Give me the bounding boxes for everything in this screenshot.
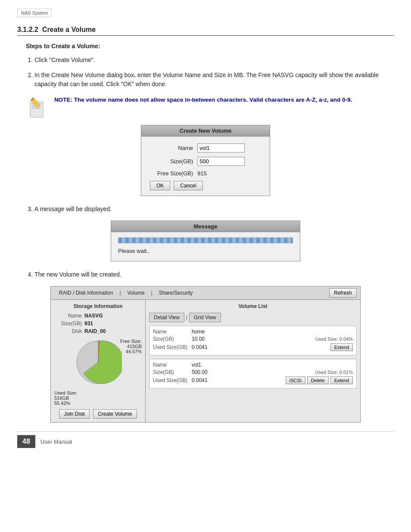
vol2-extend-button[interactable]: Extend <box>330 376 353 384</box>
message-title: Message <box>111 221 300 232</box>
volume-list-panel: Volume List Detail View | Grid View Name… <box>146 300 360 422</box>
tab-sep-1: | <box>118 289 122 297</box>
free-size-label: Free Size(GB) <box>150 170 197 177</box>
vol2-usedsize-key: Used Size(GB) <box>153 377 192 383</box>
ok-button[interactable]: OK <box>150 181 170 190</box>
vol1-size-val: 10.00 <box>192 336 315 342</box>
storage-size-key: Size(GB) <box>54 320 84 327</box>
tab-share-security[interactable]: Share/Security <box>154 288 198 298</box>
name-input[interactable] <box>197 143 245 152</box>
create-volume-button[interactable]: Create Volume <box>93 409 137 419</box>
vol1-size-key: Size(GB) <box>153 336 192 342</box>
tab-volume[interactable]: Volume <box>123 288 149 298</box>
free-pct: 44.57% <box>120 349 142 354</box>
vol-tab-sep: | <box>184 313 189 322</box>
vol1-extend-button[interactable]: Extend <box>330 343 353 351</box>
volume-entry-home: Name home Size(GB) 10.00 Used Size: 0.04… <box>149 326 357 355</box>
subsection-title: Steps to Create a Volume: <box>26 43 394 50</box>
join-disk-button[interactable]: Join Disk <box>59 409 90 419</box>
step-2: In the Create New Volume dialog box, ent… <box>34 71 394 89</box>
breadcrumb: NAS System <box>17 9 52 17</box>
refresh-button[interactable]: Refresh <box>329 288 357 298</box>
tab-raid-disk[interactable]: RAID / Disk Information <box>54 288 118 298</box>
note-icon <box>26 96 48 118</box>
free-size-value: 915 <box>197 170 207 177</box>
vol2-name-val: vol1 <box>192 362 353 368</box>
cancel-button[interactable]: Cancel <box>174 181 202 190</box>
storage-name-val: NASVG <box>84 313 103 319</box>
tab-sep-2: | <box>149 289 154 297</box>
vol2-delete-button[interactable]: Delete <box>307 376 329 384</box>
vol1-name-val: home <box>192 329 353 335</box>
vol2-size-val: 500.00 <box>192 369 315 375</box>
step-3: A message will be displayed. <box>34 205 394 214</box>
vol1-usedsize-key: Used Size(GB) <box>153 344 192 350</box>
storage-name-key: Name <box>54 313 84 319</box>
step-4: The new Volume will be created. <box>34 270 394 279</box>
storage-disk-val: RAID_00 <box>84 328 106 334</box>
footer-label: User Manual <box>40 439 72 445</box>
vol1-used-pct: Used Size: 0.04% <box>315 336 353 342</box>
free-size-val: 415GB <box>120 344 142 349</box>
used-size-val: 516GB <box>54 395 142 401</box>
vol2-name-key: Name <box>153 362 192 368</box>
volume-entry-vol1: Name vol1 Size(GB) 500.00 Used Size: 0.0… <box>149 359 357 389</box>
vol1-name-key: Name <box>153 329 192 335</box>
vol2-used-pct: Used Size: 0.01% <box>315 370 353 375</box>
svg-rect-3 <box>31 108 39 109</box>
size-input[interactable] <box>197 157 245 166</box>
message-dialog: Message Please wait.. <box>17 221 394 261</box>
vol2-iscsi-button[interactable]: iSCSI <box>286 376 305 384</box>
used-pct: 55.42% <box>54 401 142 406</box>
vol2-size-key: Size(GB) <box>153 369 192 375</box>
note-text: NOTE: The volume name does not allow spa… <box>54 96 352 104</box>
volume-list-label: Volume List <box>149 303 357 309</box>
volume-tabs: Detail View | Grid View <box>149 313 357 322</box>
tab-detail-view[interactable]: Detail View <box>149 313 184 322</box>
name-label: Name <box>150 145 197 151</box>
progress-bar <box>118 237 293 243</box>
pie-chart <box>75 339 122 386</box>
storage-size-val: 931 <box>84 320 93 327</box>
section-title: 3.1.2.2 Create a Volume <box>17 26 394 36</box>
create-volume-dialog: Create New Volume Name Size(GB) Free Siz… <box>17 125 394 196</box>
nas-panel: RAID / Disk Information | Volume | Share… <box>17 286 394 423</box>
storage-info-panel: Storage Information Name NASVG Size(GB) … <box>51 300 146 422</box>
page-footer: 48 User Manual <box>17 431 394 448</box>
storage-disk-key: Disk <box>54 328 84 334</box>
storage-info-label: Storage Information <box>54 303 142 309</box>
tab-grid-view[interactable]: Grid View <box>189 313 221 322</box>
free-size-label: Free Size: <box>120 339 142 344</box>
size-label: Size(GB) <box>150 158 197 165</box>
nas-top-bar: RAID / Disk Information | Volume | Share… <box>51 286 360 300</box>
note-box: NOTE: The volume name does not allow spa… <box>26 96 394 118</box>
vol2-usedsize-val: 0.0041 <box>192 377 284 383</box>
message-text: Please wait.. <box>118 248 293 254</box>
dialog-title: Create New Volume <box>141 125 270 137</box>
used-size-label: Used Size: <box>54 390 142 395</box>
page-number: 48 <box>17 435 35 448</box>
vol1-usedsize-val: 0.0041 <box>192 344 329 350</box>
step-1: Click "Create Volume". <box>34 56 394 65</box>
